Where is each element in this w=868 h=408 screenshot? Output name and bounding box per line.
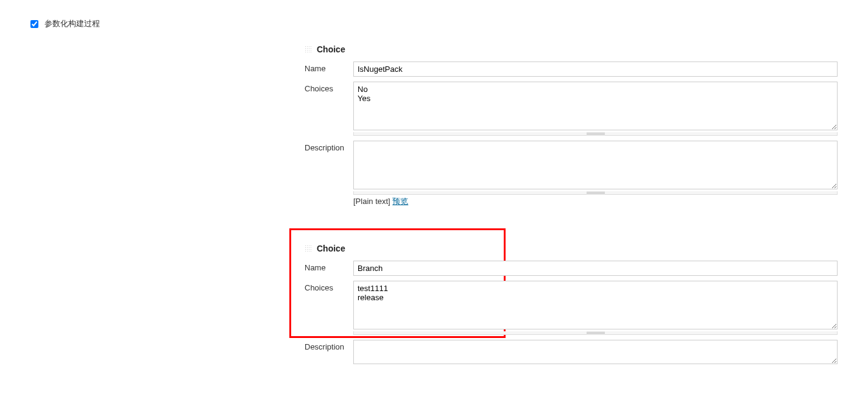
name-label: Name [305, 261, 353, 272]
parameter-type-label: Choice [317, 244, 345, 253]
choices-field-row: Choices No Yes [305, 82, 838, 136]
drag-handle-icon[interactable] [305, 46, 312, 53]
parameterize-build-row: 参数化构建过程 [30, 18, 838, 29]
description-label: Description [305, 340, 353, 351]
description-textarea[interactable] [353, 141, 838, 189]
parameterize-build-label: 参数化构建过程 [44, 18, 100, 29]
name-label: Name [305, 62, 353, 73]
parameters-container: Choice Name Choices No Yes Description [… [305, 44, 838, 366]
description-field-row: Description [305, 340, 838, 366]
name-input[interactable] [353, 261, 838, 276]
choices-textarea[interactable]: No Yes [353, 82, 838, 130]
description-label: Description [305, 141, 353, 152]
choices-textarea[interactable]: test1111 release [353, 281, 838, 329]
choices-label: Choices [305, 281, 353, 292]
format-text: [Plain text] [353, 197, 390, 206]
description-field-row: Description [Plain text] 预览 [305, 141, 838, 207]
description-help-row: [Plain text] 预览 [353, 196, 838, 207]
resize-handle[interactable] [353, 331, 838, 335]
resize-handle[interactable] [353, 191, 838, 195]
preview-link[interactable]: 预览 [392, 197, 408, 206]
name-field-row: Name [305, 261, 838, 276]
choices-label: Choices [305, 82, 353, 93]
parameterize-build-checkbox[interactable] [30, 20, 38, 28]
parameter-header: Choice [305, 244, 838, 253]
name-input[interactable] [353, 62, 838, 77]
choices-field-row: Choices test1111 release [305, 281, 838, 335]
description-textarea[interactable] [353, 340, 838, 364]
choice-parameter-block: Choice Name Choices test1111 release Des… [305, 244, 838, 366]
drag-handle-icon[interactable] [305, 245, 312, 252]
name-field-row: Name [305, 62, 838, 77]
resize-handle[interactable] [353, 132, 838, 136]
parameter-header: Choice [305, 44, 838, 54]
choice-parameter-block: Choice Name Choices No Yes Description [… [305, 44, 838, 207]
parameter-type-label: Choice [317, 44, 345, 54]
